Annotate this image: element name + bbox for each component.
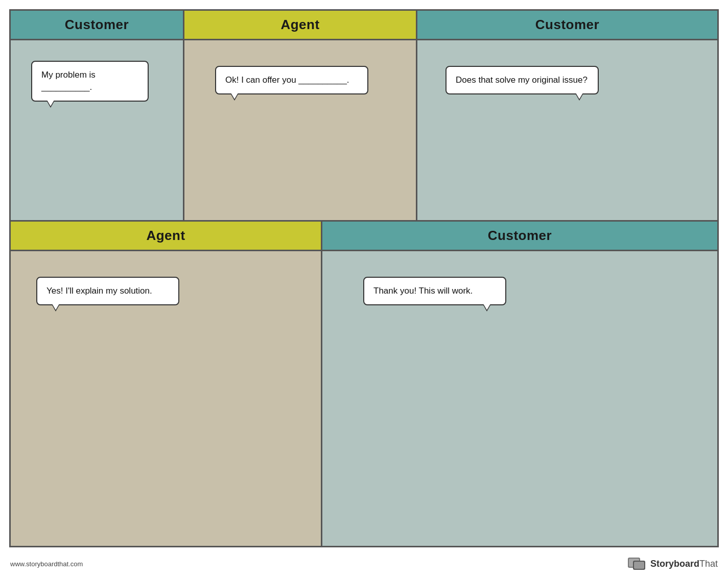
top-right-header: Customer [417,11,717,40]
top-right-body: Does that solve my original issue? [417,40,717,220]
bottom-right-header: Customer [322,222,717,251]
bottom-left-bubble: Yes! I'll explain my solution. [36,277,179,305]
top-right-panel: Customer Does that solve my original iss… [416,11,717,220]
storyboardthat-icon [628,557,646,572]
top-right-header-label: Customer [535,17,599,32]
bottom-left-body: Yes! I'll explain my solution. [11,251,321,546]
top-center-body: Ok! I can offer you __________. [184,40,416,220]
top-left-panel: Customer My problem is __________. [11,11,184,220]
main-container: Customer My problem is __________. Agent… [9,9,719,547]
top-left-body: My problem is __________. [11,40,183,220]
footer: www.storyboardthat.com StoryboardThat [0,550,728,578]
top-left-header: Customer [11,11,183,40]
bottom-right-panel: Customer Thank you! This will work. [322,222,717,546]
bottom-right-body: Thank you! This will work. [322,251,717,546]
bottom-right-bubble: Thank you! This will work. [363,277,506,305]
footer-logo-text: StoryboardThat [650,559,718,569]
top-left-header-label: Customer [65,17,129,32]
top-center-bubble: Ok! I can offer you __________. [215,66,368,94]
top-right-bubble: Does that solve my original issue? [445,66,599,94]
bottom-left-header-label: Agent [146,228,185,243]
top-left-bubble: My problem is __________. [31,61,149,102]
top-center-header-label: Agent [280,17,319,32]
footer-url: www.storyboardthat.com [10,560,83,568]
top-row: Customer My problem is __________. Agent… [11,11,717,220]
bottom-left-panel: Agent Yes! I'll explain my solution. [11,222,322,546]
bottom-row: Agent Yes! I'll explain my solution. Cus… [11,220,717,546]
top-center-panel: Agent Ok! I can offer you __________. [184,11,416,220]
bottom-left-header: Agent [11,222,321,251]
footer-logo: StoryboardThat [628,557,718,572]
bottom-right-header-label: Customer [488,228,552,243]
svg-rect-3 [634,562,644,569]
top-center-header: Agent [184,11,416,40]
